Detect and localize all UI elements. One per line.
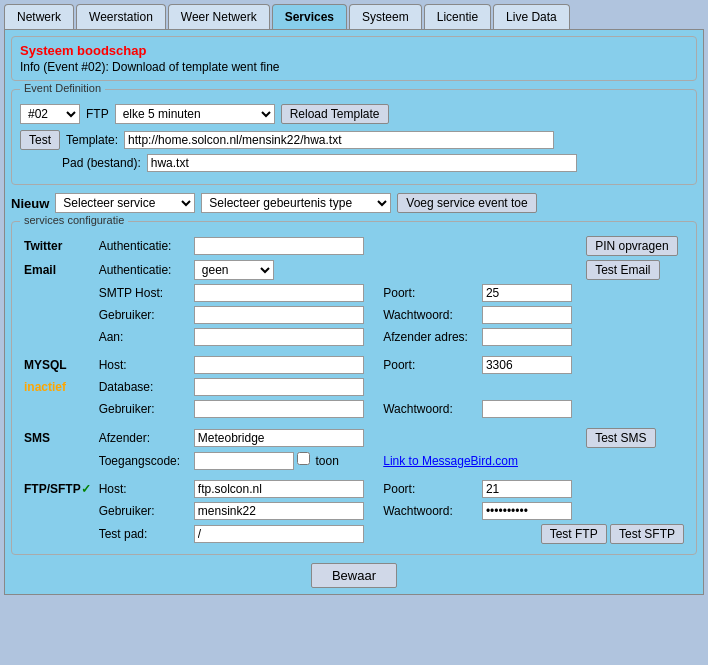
messagebird-link[interactable]: Link to MessageBird.com	[383, 454, 518, 468]
email-gebruiker-row: Gebruiker: Wachtwoord:	[20, 304, 688, 326]
tab-systeem[interactable]: Systeem	[349, 4, 422, 29]
system-message-text: Info (Event #02): Download of template w…	[20, 60, 688, 74]
email-row1: Email Authenticatie: geen Test Email	[20, 258, 688, 282]
main-content: Systeem boodschap Info (Event #02): Down…	[4, 29, 704, 595]
smtp-label: SMTP Host:	[95, 282, 190, 304]
tab-weer-netwerk[interactable]: Weer Netwerk	[168, 4, 270, 29]
sms-toegangscode-input[interactable]	[194, 452, 294, 470]
sms-toegangscode-label: Toegangscode:	[95, 450, 190, 472]
event-definition-box: Event Definition #02 FTP elke 5 minuten …	[11, 89, 697, 185]
sms-section-label: SMS	[20, 426, 95, 450]
system-message-title: Systeem boodschap	[20, 43, 688, 58]
pad-label: Pad (bestand):	[62, 156, 141, 170]
ftp-testpad-input[interactable]	[194, 525, 364, 543]
test-email-button[interactable]: Test Email	[586, 260, 659, 280]
twitter-auth-label: Authenticatie:	[95, 234, 190, 258]
tab-bar: Netwerk Weerstation Weer Netwerk Service…	[0, 0, 708, 29]
tab-licentie[interactable]: Licentie	[424, 4, 491, 29]
nieuw-label: Nieuw	[11, 196, 49, 211]
mysql-wachtwoord-label: Wachtwoord:	[379, 398, 478, 420]
nieuw-row: Nieuw Selecteer service Selecteer gebeur…	[11, 193, 697, 213]
event-type-label: FTP	[86, 107, 109, 121]
mysql-row1: MYSQL Host: Poort:	[20, 354, 688, 376]
ftp-testpad-label: Test pad:	[95, 522, 190, 546]
email-wachtwoord-label: Wachtwoord:	[379, 304, 478, 326]
sms-toon-label: toon	[316, 454, 339, 468]
sms-afzender-input[interactable]	[194, 429, 364, 447]
email-gebruiker-label: Gebruiker:	[95, 304, 190, 326]
event-number-select[interactable]: #02	[20, 104, 80, 124]
email-poort-input[interactable]	[482, 284, 572, 302]
email-auth-select[interactable]: geen	[194, 260, 274, 280]
ftp-row3: Test pad: Test FTP Test SFTP	[20, 522, 688, 546]
mysql-section-label: MYSQL	[20, 354, 95, 376]
mysql-database-input[interactable]	[194, 378, 364, 396]
event-type-select[interactable]: Selecteer gebeurtenis type	[201, 193, 391, 213]
tab-live-data[interactable]: Live Data	[493, 4, 570, 29]
ftp-wachtwoord-label: Wachtwoord:	[379, 500, 478, 522]
ftp-gebruiker-label: Gebruiker:	[95, 500, 190, 522]
afzender-label: Afzender adres:	[379, 326, 478, 348]
ftp-row2: Gebruiker: Wachtwoord:	[20, 500, 688, 522]
template-input[interactable]	[124, 131, 554, 149]
service-select[interactable]: Selecteer service	[55, 193, 195, 213]
pad-input[interactable]	[147, 154, 577, 172]
system-message-box: Systeem boodschap Info (Event #02): Down…	[11, 36, 697, 81]
test-ftp-button[interactable]: Test FTP	[541, 524, 607, 544]
tab-services[interactable]: Services	[272, 4, 347, 29]
email-auth-label: Authenticatie:	[95, 258, 190, 282]
sms-row2: Toegangscode: toon Link to MessageBird.c…	[20, 450, 688, 472]
event-definition-legend: Event Definition	[20, 82, 105, 94]
twitter-row: Twitter Authenticatie: PIN opvragen	[20, 234, 688, 258]
mysql-gebruiker-input[interactable]	[194, 400, 364, 418]
template-label: Template:	[66, 133, 118, 147]
mysql-host-label: Host:	[95, 354, 190, 376]
email-gebruiker-input[interactable]	[194, 306, 364, 324]
sms-toon-checkbox[interactable]	[297, 452, 310, 465]
bewaar-button[interactable]: Bewaar	[311, 563, 397, 588]
twitter-auth-input[interactable]	[194, 237, 364, 255]
ftp-wachtwoord-input[interactable]	[482, 502, 572, 520]
ftp-check: ✓	[81, 482, 91, 496]
services-config-legend: services configuratie	[20, 214, 128, 226]
test-button[interactable]: Test	[20, 130, 60, 150]
mysql-inactief-row: inactief Database:	[20, 376, 688, 398]
email-aan-row: Aan: Afzender adres:	[20, 326, 688, 348]
mysql-poort-input[interactable]	[482, 356, 572, 374]
twitter-section-label: Twitter	[20, 234, 95, 258]
tab-weerstation[interactable]: Weerstation	[76, 4, 166, 29]
email-smtp-row: SMTP Host: Poort:	[20, 282, 688, 304]
ftp-poort-input[interactable]	[482, 480, 572, 498]
ftp-section-label: FTP/SFTP✓	[20, 478, 95, 500]
ftp-host-input[interactable]	[194, 480, 364, 498]
tab-netwerk[interactable]: Netwerk	[4, 4, 74, 29]
smtp-input[interactable]	[194, 284, 364, 302]
mysql-inactief-label: inactief	[20, 376, 95, 398]
interval-select[interactable]: elke 5 minuten	[115, 104, 275, 124]
pin-opvragen-button[interactable]: PIN opvragen	[586, 236, 677, 256]
email-section-label: Email	[20, 258, 95, 282]
bewaar-row: Bewaar	[11, 563, 697, 588]
services-config-box: services configuratie Twitter Authentica…	[11, 221, 697, 555]
ftp-poort-label: Poort:	[379, 478, 478, 500]
test-sms-button[interactable]: Test SMS	[586, 428, 655, 448]
mysql-gebruiker-row: Gebruiker: Wachtwoord:	[20, 398, 688, 420]
ftp-host-label: Host:	[95, 478, 190, 500]
mysql-wachtwoord-input[interactable]	[482, 400, 572, 418]
mysql-poort-label: Poort:	[379, 354, 478, 376]
ftp-row1: FTP/SFTP✓ Host: Poort:	[20, 478, 688, 500]
email-aan-label: Aan:	[95, 326, 190, 348]
add-service-event-button[interactable]: Voeg service event toe	[397, 193, 536, 213]
mysql-database-label: Database:	[95, 376, 190, 398]
sms-row1: SMS Afzender: Test SMS	[20, 426, 688, 450]
sms-afzender-label: Afzender:	[95, 426, 190, 450]
email-poort-label: Poort:	[379, 282, 478, 304]
email-wachtwoord-input[interactable]	[482, 306, 572, 324]
reload-template-button[interactable]: Reload Template	[281, 104, 389, 124]
mysql-host-input[interactable]	[194, 356, 364, 374]
ftp-gebruiker-input[interactable]	[194, 502, 364, 520]
afzender-input[interactable]	[482, 328, 572, 346]
mysql-gebruiker-label: Gebruiker:	[95, 398, 190, 420]
email-aan-input[interactable]	[194, 328, 364, 346]
test-sftp-button[interactable]: Test SFTP	[610, 524, 684, 544]
